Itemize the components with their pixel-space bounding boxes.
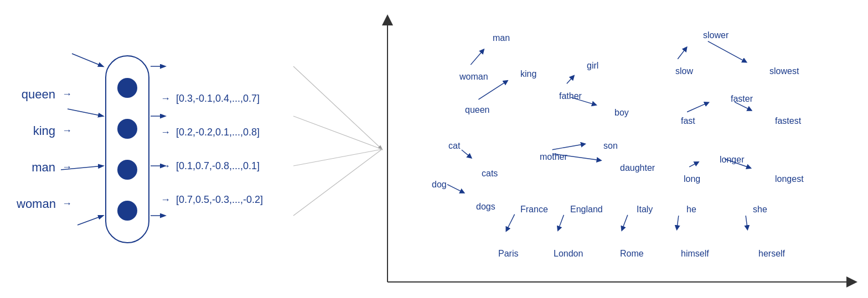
- vector-arrow-4: →: [161, 194, 170, 206]
- nn-box: [105, 55, 149, 243]
- svg-line-23: [558, 215, 564, 230]
- svg-line-27: [678, 48, 686, 59]
- word-node-father: father: [559, 91, 582, 101]
- word-man: man: [17, 160, 55, 175]
- word-node-cat: cat: [448, 141, 460, 151]
- word-node-she: she: [753, 205, 767, 215]
- svg-line-18: [462, 150, 471, 158]
- vector-row-man: → [0.1,0.7,-0.8,...,0.1]: [161, 160, 263, 172]
- svg-line-0: [72, 54, 103, 66]
- svg-line-25: [677, 216, 679, 229]
- word-row-queen: queen →: [17, 87, 72, 102]
- svg-line-14: [471, 50, 483, 65]
- word-node-himself: himself: [681, 249, 709, 259]
- word-node-Rome: Rome: [620, 249, 644, 259]
- word-node-man: man: [493, 33, 510, 43]
- svg-line-29: [687, 103, 708, 112]
- word-node-son: son: [603, 141, 618, 151]
- word-node-fast: fast: [681, 116, 695, 126]
- vector-row-queen: → [0.3,-0.1,0.4,...,0.7]: [161, 93, 263, 104]
- viz-arrows: [327, 11, 862, 287]
- word-node-faster: faster: [731, 94, 753, 104]
- arrow-king: →: [62, 125, 72, 137]
- word-node-mother: mother: [540, 152, 567, 162]
- word-node-France: France: [520, 205, 548, 215]
- arrow-man: →: [62, 161, 72, 173]
- word-row-woman: woman →: [17, 197, 72, 211]
- word-node-cats: cats: [482, 169, 498, 179]
- vector-woman: [0.7,0.5,-0.3,...,-0.2]: [176, 194, 263, 206]
- word-queen: queen: [17, 87, 55, 102]
- word-row-king: king →: [17, 124, 72, 138]
- word-node-dog: dog: [432, 180, 447, 190]
- nn-dot-4: [117, 201, 137, 221]
- word-list-section: queen → king → man → woman →: [17, 87, 72, 211]
- word-node-slower: slower: [703, 30, 728, 40]
- word-node-longer: longer: [720, 155, 744, 165]
- word-node-fastest: fastest: [775, 116, 801, 126]
- nn-dot-1: [117, 78, 137, 98]
- word-node-queen: queen: [465, 105, 490, 115]
- vector-arrow-2: →: [161, 127, 170, 138]
- word-node-woman: woman: [459, 72, 488, 82]
- vector-arrow-1: →: [161, 93, 170, 104]
- svg-line-24: [622, 215, 628, 230]
- svg-line-31: [689, 162, 698, 167]
- vector-man: [0.1,0.7,-0.8,...,0.1]: [176, 160, 260, 172]
- vector-queen: [0.3,-0.1,0.4,...,0.7]: [176, 93, 260, 104]
- svg-line-16: [567, 76, 574, 83]
- svg-line-28: [708, 41, 746, 62]
- word-node-long: long: [684, 174, 700, 184]
- vector-row-king: → [0.2,-0.2,0.1,...,0.8]: [161, 127, 263, 138]
- svg-line-20: [552, 144, 585, 150]
- word-node-Italy: Italy: [637, 205, 653, 215]
- word-row-man: man →: [17, 160, 72, 175]
- nn-dot-2: [117, 119, 137, 139]
- word-node-dogs: dogs: [476, 202, 495, 212]
- vector-row-woman: → [0.7,0.5,-0.3,...,-0.2]: [161, 194, 263, 206]
- svg-line-3: [78, 216, 103, 225]
- word-node-daughter: daughter: [620, 163, 655, 173]
- word-node-England: England: [570, 205, 603, 215]
- main-container: queen → king → man → woman → → [0.3,-0.1…: [0, 0, 868, 298]
- svg-line-15: [478, 81, 507, 100]
- word-king: king: [17, 124, 55, 138]
- arrow-woman: →: [62, 198, 72, 210]
- word-node-herself: herself: [758, 249, 785, 259]
- word-node-longest: longest: [775, 174, 804, 184]
- word-node-king: king: [520, 69, 536, 79]
- word-node-slowest: slowest: [769, 66, 799, 76]
- word-node-boy: boy: [614, 108, 629, 118]
- svg-line-26: [746, 216, 747, 229]
- word-node-he: he: [686, 205, 696, 215]
- word-woman: woman: [17, 197, 55, 211]
- nn-dot-3: [117, 160, 137, 180]
- embedding-viz: manwomankinggirlqueenfatherboycatcatsmot…: [327, 11, 862, 287]
- vector-king: [0.2,-0.2,0.1,...,0.8]: [176, 127, 260, 138]
- word-node-London: London: [554, 249, 583, 259]
- svg-line-22: [507, 215, 515, 231]
- svg-line-1: [68, 109, 103, 116]
- word-node-Paris: Paris: [498, 249, 518, 259]
- vector-section: → [0.3,-0.1,0.4,...,0.7] → [0.2,-0.2,0.1…: [161, 93, 263, 206]
- word-node-girl: girl: [587, 61, 598, 71]
- vector-arrow-3: →: [161, 160, 170, 172]
- svg-line-19: [447, 185, 464, 193]
- arrow-queen: →: [62, 88, 72, 100]
- word-node-slow: slow: [675, 66, 693, 76]
